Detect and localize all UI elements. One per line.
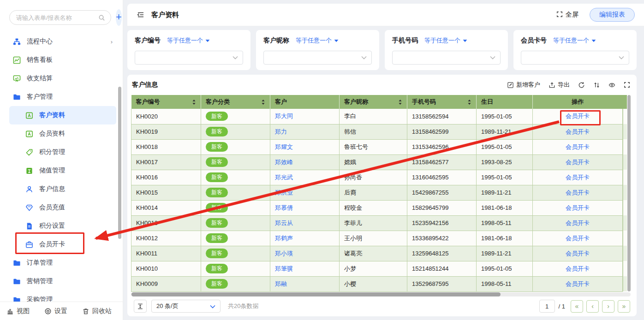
prev-page-button[interactable]: ‹ xyxy=(586,300,599,313)
sidebar-item-stored-value-management[interactable]: 储值管理 xyxy=(9,161,116,180)
add-form-button[interactable]: + xyxy=(116,9,122,26)
sort-caret-icon[interactable] xyxy=(398,99,402,105)
member-card-action-link[interactable]: 会员开卡 xyxy=(566,235,590,242)
customer-link[interactable]: 郑效峰 xyxy=(275,159,293,166)
sidebar-item-customer-management[interactable]: 客户管理 xyxy=(9,88,116,106)
member-card-action-link[interactable]: 会员开卡 xyxy=(566,113,590,119)
category-badge: 新客 xyxy=(206,112,228,121)
page-total-label: / 1 xyxy=(559,303,565,310)
customer-link[interactable]: 郑力 xyxy=(275,128,287,135)
cell-phone: 13160462595 xyxy=(407,170,477,185)
table-row: KH0018新客郑耀文鲁班七号131534625961995-01-05会员开卡 xyxy=(131,139,623,154)
cell-customer: 郑筆骥 xyxy=(270,261,340,276)
sidebar-item-customer-info[interactable]: 客户信息 xyxy=(9,180,116,198)
sidebar-item-marketing-management[interactable]: 营销管理 xyxy=(9,272,116,290)
member-card-action-link[interactable]: 会员开卡 xyxy=(566,219,590,226)
customer-link[interactable]: 郑融 xyxy=(275,280,287,287)
sidebar-item-order-management[interactable]: 订单管理 xyxy=(9,254,116,272)
filter-card-customer-nickname: 客户昵称等于任意一个 xyxy=(256,30,379,70)
table-actions: 新增客户导出 xyxy=(507,81,630,89)
member-card-action-link[interactable]: 会员开卡 xyxy=(566,128,590,135)
sidebar-item-member-recharge[interactable]: 会员充值 xyxy=(9,198,116,217)
member-card-action-link[interactable]: 会员开卡 xyxy=(566,189,590,196)
table-row: KH0010新客郑筆骥小梦152148512441995-01-05会员开卡 xyxy=(131,261,623,276)
filter-value-select[interactable] xyxy=(135,51,243,65)
category-badge: 新客 xyxy=(206,264,228,273)
member-card-action-link[interactable]: 会员开卡 xyxy=(566,174,590,181)
refresh-button[interactable] xyxy=(578,82,585,89)
category-badge: 新客 xyxy=(206,203,228,212)
filter-value-select[interactable] xyxy=(392,51,501,65)
table-vertical-scrollbar[interactable] xyxy=(627,95,631,292)
sitemap-icon xyxy=(13,38,21,46)
customer-link[interactable]: 郑云从 xyxy=(275,219,293,226)
filter-operator-dropdown[interactable]: 等于任意一个 xyxy=(553,36,596,45)
member-card-action-link[interactable]: 会员开卡 xyxy=(566,250,590,257)
filter-card-customer-code: 客户编号等于任意一个 xyxy=(127,30,250,70)
sidebar-footer-recycle-bin[interactable]: 回收站 xyxy=(82,307,112,315)
user-icon xyxy=(25,185,33,193)
search-input[interactable] xyxy=(15,14,98,22)
cell-customer-code: KH0019 xyxy=(131,124,201,139)
member-card-action-link[interactable]: 会员开卡 xyxy=(566,280,590,287)
customer-link[interactable]: 郑筆骥 xyxy=(275,265,293,272)
collapse-sidebar-icon[interactable] xyxy=(137,11,145,19)
customer-link[interactable]: 郑鹤声 xyxy=(275,235,293,242)
column-header-customer-nickname[interactable]: 客户昵称 xyxy=(340,95,407,109)
next-page-button[interactable]: › xyxy=(602,300,614,313)
search-box[interactable] xyxy=(9,10,111,25)
sidebar-footer-views[interactable]: 视图 xyxy=(6,307,30,315)
row-height-button[interactable] xyxy=(134,300,147,313)
fullscreen-button[interactable] xyxy=(624,82,630,88)
sidebar-item-customer-profile[interactable]: 客户资料 xyxy=(9,106,116,124)
fullscreen-button[interactable]: 全屏 xyxy=(556,11,578,19)
column-header-phone[interactable]: 手机号码 xyxy=(407,95,477,109)
customer-link[interactable]: 郑慕倩 xyxy=(275,204,293,211)
filter-value-select[interactable] xyxy=(521,51,629,65)
sidebar-item-points-settings[interactable]: 积分设置 xyxy=(9,217,116,235)
member-card-action-link[interactable]: 会员开卡 xyxy=(566,204,590,211)
visibility-button[interactable] xyxy=(608,82,615,89)
table-row: KH0019新客郑力韩信131584625991989-11-21会员开卡 xyxy=(131,124,623,139)
export-button[interactable]: 导出 xyxy=(549,81,570,89)
column-header-customer-category[interactable]: 客户分类 xyxy=(201,95,270,109)
cell-phone: 15429867255 xyxy=(407,185,477,200)
column-header-customer-code[interactable]: 客户编号 xyxy=(131,95,201,109)
cell-birthday: 1995-01-05 xyxy=(477,109,533,124)
category-badge: 新客 xyxy=(206,188,228,197)
filter-operator-dropdown[interactable]: 等于任意一个 xyxy=(296,36,339,45)
page-number-input[interactable] xyxy=(539,300,555,313)
member-card-action-link[interactable]: 会员开卡 xyxy=(566,265,590,272)
filter-operator-dropdown[interactable]: 等于任意一个 xyxy=(424,36,467,45)
sort-caret-icon[interactable] xyxy=(261,99,265,105)
filter-value-select[interactable] xyxy=(263,51,372,65)
sort-caret-icon[interactable] xyxy=(467,99,471,105)
customer-link[interactable]: 郑洪业 xyxy=(275,189,293,196)
page-size-select[interactable]: 20 条/页 xyxy=(151,300,221,313)
edit-report-button[interactable]: 编辑报表 xyxy=(590,8,635,22)
filter-operator-dropdown[interactable]: 等于任意一个 xyxy=(167,36,210,45)
sort-button[interactable] xyxy=(593,82,600,89)
customer-link[interactable]: 郑光武 xyxy=(275,174,293,181)
member-card-action-link[interactable]: 会员开卡 xyxy=(566,143,590,150)
sidebar-item-process-center[interactable]: 流程中心› xyxy=(9,32,116,51)
sidebar-item-member-profile[interactable]: 会员资料 xyxy=(9,124,116,143)
sidebar-item-points-management[interactable]: 积分管理 xyxy=(9,143,116,161)
sidebar-item-income-expense[interactable]: 收支结算 xyxy=(9,69,116,88)
cell-birthday: 1989-11-21 xyxy=(477,185,533,200)
sidebar-item-member-card-opening[interactable]: 会员开卡 xyxy=(9,235,116,254)
last-page-button[interactable]: » xyxy=(618,300,630,313)
customer-link[interactable]: 郑大同 xyxy=(275,113,293,119)
chevron-down-icon xyxy=(490,56,495,59)
sidebar-footer-settings[interactable]: 设置 xyxy=(44,307,67,315)
customer-link[interactable]: 郑小瑛 xyxy=(275,250,293,257)
add-customer-button[interactable]: 新增客户 xyxy=(507,81,540,89)
member-card-action-link[interactable]: 会员开卡 xyxy=(566,159,590,166)
sidebar-scrollbar[interactable] xyxy=(118,87,121,239)
table-card: 客户信息 新增客户导出 客户编号客户分类客户客户昵称手机号码生日操作 KH002… xyxy=(127,75,637,316)
sidebar-item-sales-dashboard[interactable]: 销售看板 xyxy=(9,51,116,69)
sort-caret-icon[interactable] xyxy=(192,99,196,105)
customer-link[interactable]: 郑耀文 xyxy=(275,143,293,150)
first-page-button[interactable]: « xyxy=(571,300,583,313)
table-horizontal-scrollbar[interactable] xyxy=(131,292,631,296)
